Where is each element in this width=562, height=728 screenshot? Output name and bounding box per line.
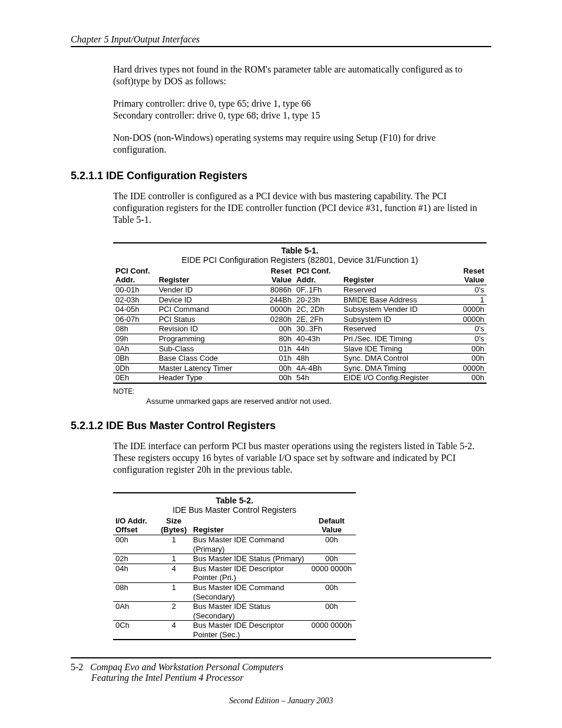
section2-para: The IDE interface can perform PCI bus ma… (113, 440, 487, 476)
table-cell: Bus Master IDE Descriptor Pointer (Sec.) (191, 621, 308, 640)
table-cell: 00h (308, 554, 356, 564)
footer-edition: Second Edition – January 2003 (71, 696, 491, 706)
table-cell: 0280h (254, 314, 294, 324)
table-cell: 44h (294, 344, 341, 354)
table-row: 08hRevision ID00h30..3FhReserved0's (113, 324, 487, 334)
table-cell: 0F..1Fh (294, 285, 341, 295)
footer-line1: 5-2 Compaq Evo and Workstation Personal … (71, 662, 491, 673)
table-cell: 00h (254, 373, 294, 383)
table-cell: Bus Master IDE Status (Primary) (191, 554, 308, 564)
table1-title: Table 5-1. (113, 243, 487, 255)
table-cell: 0000h (447, 305, 487, 315)
table-cell: 01h (254, 344, 294, 354)
table1-note-label: NOTE: (113, 387, 487, 396)
th-default: DefaultValue (308, 516, 356, 535)
table-cell: Bus Master IDE Command (Secondary) (191, 582, 308, 601)
table-cell: 2 (157, 602, 191, 621)
table-cell: Reserved (341, 285, 447, 295)
table-cell: Slave IDE Timing (341, 344, 447, 354)
th-addr-1: PCI Conf.Addr. (113, 266, 156, 285)
table-cell: Vender ID (156, 285, 254, 295)
table-cell: PCI Command (156, 305, 254, 315)
table-cell: 4A-4Bh (294, 363, 341, 373)
table2-title: Table 5-2. (113, 493, 356, 505)
table-cell: 0000h (447, 314, 487, 324)
th-reset-1: ResetValue (254, 266, 294, 285)
table-cell: 40-43h (294, 334, 341, 344)
th-size: Size(Bytes) (157, 516, 191, 535)
table-cell: 06-07h (113, 314, 156, 324)
table-cell: 0000h (254, 305, 294, 315)
th-offset: I/O Addr.Offset (113, 516, 157, 535)
table-cell: 00h (113, 535, 157, 554)
table-cell: Programming (156, 334, 254, 344)
table-cell: Bus Master IDE Status (Secondary) (191, 602, 308, 621)
table-cell: 08h (113, 324, 156, 334)
footer-title1: Compaq Evo and Workstation Personal Comp… (90, 662, 283, 672)
table-row: 00-01hVender ID8086h0F..1FhReserved0's (113, 285, 487, 295)
intro-p1: Hard drives types not found in the ROM's… (113, 64, 487, 87)
table-cell: 48h (294, 354, 341, 364)
table-cell: Subsystem Vender ID (341, 305, 447, 315)
table-row: 06-07hPCI Status0280h2E, 2FhSubsystem ID… (113, 314, 487, 324)
table-cell: 2C, 2Dh (294, 305, 341, 315)
table-cell: 00h (254, 363, 294, 373)
intro-p3: Non-DOS (non-Windows) operating systems … (113, 132, 487, 156)
table-cell: 54h (294, 373, 341, 383)
table2-subtitle: IDE Bus Master Control Registers (113, 505, 356, 516)
table-cell: 02-03h (113, 295, 156, 305)
table-cell: 244Bh (254, 295, 294, 305)
table-cell: Sub-Class (156, 344, 254, 354)
table-row: 0DhMaster Latency Timer00h4A-4BhSync. DM… (113, 363, 487, 373)
section1-para: The IDE controller is configured as a PC… (113, 190, 487, 226)
table-cell: Header Type (156, 373, 254, 383)
table-cell: 0's (447, 285, 487, 295)
table-cell: 8086h (254, 285, 294, 295)
table1-subtitle: EIDE PCI Configuration Registers (82801,… (113, 255, 487, 266)
table-cell: 4 (157, 621, 191, 640)
table-cell: 0Eh (113, 373, 156, 383)
table-5-2: Table 5-2. IDE Bus Master Control Regist… (113, 492, 356, 641)
table-row: 0EhHeader Type00h54hEIDE I/O Config.Regi… (113, 373, 487, 383)
footer-line2: Featuring the Intel Pentium 4 Processor (91, 673, 491, 683)
table-cell: Bus Master IDE Command (Primary) (191, 535, 308, 554)
table-cell: 4 (157, 564, 191, 582)
table-cell: Revision ID (156, 324, 254, 334)
table-cell: 0000h (447, 363, 487, 373)
table-cell: 00h (308, 582, 356, 601)
table-cell: 00-01h (113, 285, 156, 295)
page-footer: 5-2 Compaq Evo and Workstation Personal … (71, 657, 491, 706)
table-cell: 30..3Fh (294, 324, 341, 334)
table-cell: BMIDE Base Address (341, 295, 447, 305)
table-cell: Base Class Code (156, 354, 254, 364)
table-cell: 01h (254, 354, 294, 364)
table-cell: 0's (447, 334, 487, 344)
table-cell: 00h (308, 535, 356, 554)
table-cell: 02h (113, 554, 157, 564)
th-reset-2: ResetValue (447, 266, 487, 285)
table-row: 09hProgramming80h40-43hPri./Sec. IDE Tim… (113, 334, 487, 344)
chapter-header: Chapter 5 Input/Output Interfaces (71, 34, 491, 47)
page: Chapter 5 Input/Output Interfaces Hard d… (0, 0, 562, 728)
table-cell: 00h (308, 602, 356, 621)
table-cell: 04-05h (113, 305, 156, 315)
th-reg-1: Register (156, 266, 254, 285)
table-cell: 0's (447, 324, 487, 334)
table-cell: Subsystem ID (341, 314, 447, 324)
table-cell: 09h (113, 334, 156, 344)
table-cell: 1 (157, 582, 191, 601)
table-cell: Sync. DMA Control (341, 354, 447, 364)
heading-5-2-1-2: 5.2.1.2 IDE Bus Master Control Registers (71, 420, 491, 432)
table-cell: 20-23h (294, 295, 341, 305)
table-cell: 0000 0000h (308, 564, 356, 582)
table-row: 04-05hPCI Command0000h2C, 2DhSubsystem V… (113, 305, 487, 315)
intro-primary: Primary controller: drive 0, type 65; dr… (113, 98, 310, 108)
table-cell: Pri./Sec. IDE Timing (341, 334, 447, 344)
table-row: 04h4Bus Master IDE Descriptor Pointer (P… (113, 564, 356, 582)
section1-body: The IDE controller is configured as a PC… (113, 190, 487, 406)
table-cell: 0Dh (113, 363, 156, 373)
th-reg: Register (191, 516, 308, 535)
table-cell: Reserved (341, 324, 447, 334)
table-cell: 08h (113, 582, 157, 601)
table-cell: 0Bh (113, 354, 156, 364)
